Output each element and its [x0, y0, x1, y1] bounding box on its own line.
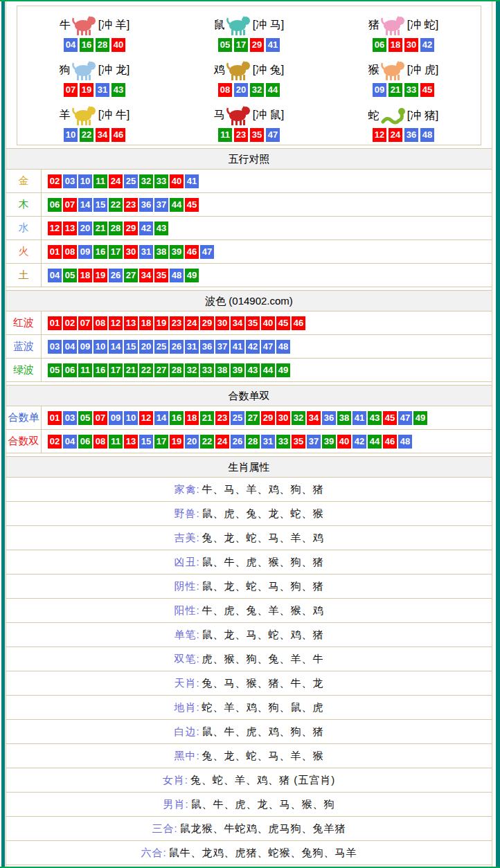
left-side-bar: [1, 0, 5, 868]
number-ball: 02: [63, 316, 77, 330]
attribute-value: 蛇、羊、鸡、狗、鼠、虎: [202, 701, 324, 714]
number-row-label: 合数双: [6, 430, 42, 453]
number-ball: 24: [215, 435, 229, 449]
number-ball: 31: [139, 245, 153, 259]
number-ball: 33: [276, 435, 290, 449]
number-ball: 48: [276, 340, 290, 354]
section-five-elements: 五行对照 金 02031011242532334041 木 0607141522…: [6, 148, 492, 287]
attribute-value: 鼠、牛、虎、猴、狗、猪: [202, 556, 324, 569]
zodiac-name: 马: [214, 109, 225, 120]
number-ball: 20: [139, 340, 153, 354]
zodiac-cell: 蛇 [冲 猪] 12243648: [326, 98, 481, 143]
zodiac-clash-label: [冲 牛]: [98, 109, 130, 120]
number-ball: 24: [185, 316, 199, 330]
number-row: 水 1213202128294243: [6, 217, 492, 240]
number-ball: 27: [154, 363, 168, 377]
number-ball: 42: [139, 221, 153, 235]
attribute-label: 地肖:: [174, 701, 199, 714]
number-ball: 03: [63, 174, 77, 188]
number-ball: 34: [139, 269, 153, 282]
number-ball: 12: [139, 411, 153, 425]
number-ball: 22: [200, 435, 214, 449]
number-ball: 37: [215, 340, 229, 354]
number-ball: 03: [63, 411, 77, 425]
attribute-label: 六合:: [141, 847, 166, 860]
number-ball: 35: [246, 316, 260, 330]
number-ball: 15: [139, 435, 153, 449]
number-ball: 41: [266, 38, 280, 52]
number-ball: 38: [337, 411, 351, 425]
number-ball: 10: [124, 411, 138, 425]
number-ball: 21: [93, 221, 107, 235]
number-ball: 07: [93, 411, 107, 425]
number-ball: 06: [48, 198, 62, 212]
number-ball: 25: [124, 174, 138, 188]
number-ball: 16: [93, 363, 107, 377]
number-row-balls: 0103050709101214161821232527293032343638…: [42, 406, 427, 429]
number-ball: 39: [231, 363, 244, 377]
number-ball: 25: [154, 340, 168, 354]
number-ball: 48: [420, 128, 434, 142]
number-ball: 20: [234, 83, 248, 97]
number-ball: 10: [93, 340, 107, 354]
number-ball: 21: [389, 83, 402, 97]
number-ball: 02: [48, 435, 62, 449]
zodiac-number-balls: 09213345: [373, 83, 434, 97]
number-row-label: 水: [6, 217, 42, 239]
number-ball: 29: [250, 38, 264, 52]
number-ball: 17: [234, 38, 248, 52]
number-ball: 11: [93, 174, 107, 188]
attribute-label: 天肖:: [174, 677, 199, 690]
five-elements-rows: 金 02031011242532334041 木 060714152223363…: [6, 170, 492, 287]
main-content: 牛 [冲 羊] 04162840 鼠 [冲 马] 05172941 猪 [冲 蛇…: [6, 0, 492, 868]
zodiac-number-balls: 05172941: [218, 38, 280, 52]
number-row-label: 红波: [6, 311, 42, 334]
attribute-value: 牛、虎、兔、羊、猴、鸡: [202, 604, 324, 617]
zodiac-number-balls: 07193143: [64, 83, 125, 97]
number-ball: 08: [63, 245, 77, 259]
top-edge-line: [0, 0, 500, 1]
attribute-row: 男肖: 鼠、牛、虎、龙、马、猴、狗: [6, 793, 492, 817]
number-row-label: 绿波: [6, 359, 42, 381]
attribute-label: 白边:: [174, 725, 199, 739]
attribute-row: 家禽: 牛、马、羊、鸡、狗、猪: [6, 478, 492, 502]
number-row-balls: 06071415222336374445: [42, 193, 199, 216]
number-ball: 14: [78, 198, 92, 212]
number-row-balls: 0102070812131819232429303435404546: [42, 311, 305, 334]
attribute-row: 三合: 鼠龙猴、牛蛇鸡、虎马狗、兔羊猪: [6, 817, 492, 841]
attribute-label: 凶丑:: [174, 556, 199, 569]
number-row-balls: 02031011242532334041: [42, 170, 199, 192]
zodiac-clash-label: [冲 猪]: [407, 110, 438, 121]
number-row-label: 金: [6, 170, 42, 192]
number-ball: 08: [218, 83, 232, 97]
attribute-value: 牛、马、羊、鸡、狗、猪: [202, 483, 324, 496]
number-ball: 29: [200, 316, 214, 330]
number-row-label: 木: [6, 193, 42, 216]
number-row: 土 04051819262734354849: [6, 264, 492, 287]
number-ball: 21: [124, 363, 138, 377]
zodiac-title: 羊 [冲 牛]: [60, 104, 130, 126]
number-ball: 21: [200, 411, 214, 425]
number-ball: 45: [276, 316, 290, 330]
number-ball: 49: [276, 363, 290, 377]
attribute-label: 单笔:: [174, 629, 199, 642]
pig-icon: [380, 14, 407, 36]
number-ball: 13: [124, 316, 138, 330]
attribute-row: 黑中: 兔、龙、蛇、马、羊、猴: [6, 744, 492, 768]
zodiac-cell: 马 [冲 鼠] 11233547: [172, 98, 326, 143]
zodiac-clash-label: [冲 鼠]: [253, 109, 284, 120]
section-sum-odd-even: 合数单双 合数单 0103050709101214161821232527293…: [6, 385, 492, 453]
number-ball: 04: [63, 340, 77, 354]
number-ball: 44: [170, 198, 184, 212]
attribute-row: 单笔: 鼠、龙、马、蛇、鸡、猪: [6, 623, 492, 647]
zodiac-cell: 鸡 [冲 兔] 08203244: [172, 53, 326, 98]
number-ball: 30: [124, 245, 138, 259]
number-ball: 43: [368, 411, 382, 425]
number-ball: 07: [63, 198, 77, 212]
number-ball: 13: [63, 221, 77, 235]
number-ball: 12: [48, 221, 62, 235]
number-row: 金 02031011242532334041: [6, 170, 492, 193]
dog-icon: [71, 59, 98, 81]
attribute-value: 鼠、虎、兔、龙、蛇、猴: [202, 507, 324, 521]
number-row-label: 火: [6, 240, 42, 263]
